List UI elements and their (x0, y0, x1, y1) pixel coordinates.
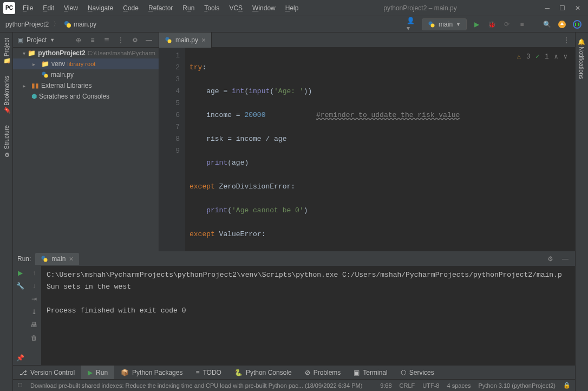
breadcrumb-file[interactable]: main.py (74, 21, 96, 28)
trash-icon[interactable]: 🗑 (31, 334, 37, 342)
gear-icon[interactable]: ⚙ (129, 35, 140, 45)
python-file-icon (41, 71, 49, 79)
print-icon[interactable]: 🖶 (31, 321, 37, 329)
menu-edit[interactable]: Edit (38, 2, 58, 14)
code-area[interactable]: 123456789 try: age = int(input('Age: '))… (159, 48, 575, 251)
wrap-icon[interactable]: ⇥ (31, 295, 37, 303)
status-icon[interactable]: ☐ (17, 382, 23, 389)
run-output[interactable]: C:\Users\mshah\PycharmProjects\pythonPro… (41, 266, 575, 365)
folder-icon: 📁 (28, 49, 36, 57)
python-file-icon (64, 21, 71, 28)
tool-problems[interactable]: ⊘Problems (298, 366, 348, 379)
tree-root[interactable]: ▾ 📁 pythonProject2 C:\Users\mshah\Pychar… (13, 48, 159, 58)
next-issue-icon[interactable]: ∨ (564, 51, 567, 63)
menu-help[interactable]: Help (281, 2, 303, 14)
expand-all-icon[interactable]: ≡ (87, 35, 98, 45)
maximize-icon[interactable]: ☐ (559, 4, 565, 12)
scroll-icon[interactable]: ⤓ (31, 308, 37, 316)
settings-icon[interactable]: 🔧 (16, 282, 24, 290)
close-icon[interactable]: ✕ (575, 4, 580, 12)
project-panel-title[interactable]: Project (27, 36, 47, 44)
tool-tab-structure[interactable]: ⚙ Structure (1, 120, 12, 164)
run-config-select[interactable]: main ▼ (422, 18, 467, 30)
menu-tools[interactable]: Tools (200, 2, 224, 14)
chevron-down-icon: ▼ (456, 22, 461, 27)
project-tree[interactable]: ▾ 📁 pythonProject2 C:\Users\mshah\Pychar… (13, 48, 159, 251)
menu-view[interactable]: View (60, 2, 82, 14)
left-tool-gutter: 📁 Project 🔖 Bookmarks ⚙ Structure (0, 32, 13, 391)
hide-panel-icon[interactable]: — (560, 253, 571, 264)
close-tab-icon[interactable]: × (201, 36, 206, 44)
tree-scratches[interactable]: ⬢ Scratches and Consoles (13, 91, 159, 102)
debug-button[interactable]: 🐞 (486, 19, 497, 30)
code-with-me-icon[interactable] (572, 19, 583, 30)
project-panel: ▣ Project ▼ ⊕ ≡ ≣ ⋮ ⚙ — ▾ 📁 pythonProjec… (13, 32, 159, 251)
tree-file-label: main.py (51, 71, 74, 79)
tool-tab-bookmarks[interactable]: 🔖 Bookmarks (1, 70, 12, 120)
tree-scratches-label: Scratches and Consoles (39, 93, 109, 100)
up-icon[interactable]: ↑ (32, 269, 36, 277)
menu-window[interactable]: Window (248, 2, 280, 14)
tool-services[interactable]: ⬡Services (394, 366, 441, 379)
tool-packages[interactable]: 📦Python Packages (114, 366, 189, 379)
tree-ext-libs[interactable]: ▸ ▮▮ External Libraries (13, 80, 159, 91)
tool-terminal[interactable]: ▣Terminal (347, 366, 394, 379)
status-message[interactable]: Download pre-built shared indexes: Reduc… (30, 382, 373, 389)
inspections-widget[interactable]: ⚠3 ✓1 ∧ ∨ (517, 51, 567, 63)
chevron-down-icon[interactable]: ▾ (23, 50, 25, 56)
prev-issue-icon[interactable]: ∧ (554, 51, 558, 63)
ide-updates-icon[interactable] (557, 19, 567, 30)
down-icon[interactable]: ↓ (32, 282, 36, 290)
breadcrumb[interactable]: pythonProject2 〉 main.py (5, 19, 96, 29)
chevron-down-icon[interactable]: ▼ (50, 37, 55, 43)
chevron-right-icon[interactable]: ▸ (32, 61, 39, 67)
menu-vcs[interactable]: VCS (225, 2, 247, 14)
typo-icon: ✓ (535, 51, 539, 63)
chevron-right-icon[interactable]: ▸ (23, 83, 29, 89)
svg-point-1 (67, 23, 71, 28)
run-tab[interactable]: main × (35, 253, 79, 265)
add-user-icon[interactable]: 👤▾ (407, 19, 417, 30)
status-enc[interactable]: UTF-8 (422, 382, 439, 389)
tool-vcs[interactable]: ⎇Version Control (13, 366, 81, 379)
close-tab-icon[interactable]: × (69, 255, 73, 263)
status-indent[interactable]: 4 spaces (447, 382, 471, 389)
panel-options-icon[interactable]: ⋮ (115, 35, 126, 45)
pin-icon[interactable]: 📌 (16, 354, 24, 362)
tab-overflow-icon[interactable]: ⋮ (558, 36, 575, 44)
collapse-all-icon[interactable]: ≣ (101, 35, 112, 45)
tool-todo[interactable]: ≡TODO (189, 366, 227, 379)
tree-venv-tag: library root (67, 61, 95, 67)
tree-main-file[interactable]: main.py (13, 69, 159, 80)
minimize-icon[interactable]: ─ (545, 4, 550, 12)
hide-panel-icon[interactable]: — (143, 35, 154, 45)
menu-run[interactable]: Run (178, 2, 199, 14)
tool-tab-notifications[interactable]: 🔔 Notifications (576, 32, 587, 84)
search-icon[interactable]: 🔍 (541, 19, 552, 30)
run-button[interactable]: ▶ (471, 19, 482, 30)
status-eol[interactable]: CRLF (400, 382, 415, 389)
package-icon: 📦 (121, 369, 129, 376)
python-icon: 🐍 (234, 369, 243, 376)
stop-button[interactable]: ■ (517, 19, 527, 30)
status-pos[interactable]: 9:68 (380, 382, 391, 389)
locate-icon[interactable]: ⊕ (73, 35, 84, 45)
status-sdk[interactable]: Python 3.10 (pythonProject2) (479, 382, 556, 389)
editor: main.py × ⋮ 123456789 try: age = int(inp… (159, 32, 575, 251)
editor-tabbar: main.py × ⋮ (159, 32, 575, 48)
coverage-button[interactable]: ⟳ (501, 19, 512, 30)
rerun-icon[interactable]: ▶ (18, 269, 23, 277)
menu-file[interactable]: File (18, 2, 37, 14)
code-text[interactable]: try: age = int(input('Age: ')) income = … (185, 48, 575, 251)
editor-tab-main[interactable]: main.py × (159, 32, 212, 48)
breadcrumb-project[interactable]: pythonProject2 (5, 21, 49, 28)
lock-icon[interactable]: 🔒 (563, 382, 571, 389)
tool-console[interactable]: 🐍Python Console (228, 366, 298, 379)
gear-icon[interactable]: ⚙ (545, 253, 556, 264)
tool-tab-project[interactable]: 📁 Project (1, 32, 12, 70)
tool-run[interactable]: ▶Run (81, 366, 114, 379)
menu-code[interactable]: Code (119, 2, 143, 14)
menu-refactor[interactable]: Refactor (144, 2, 177, 14)
menu-navigate[interactable]: Navigate (83, 2, 117, 14)
tree-venv[interactable]: ▸ 📁 venv library root (13, 58, 159, 69)
